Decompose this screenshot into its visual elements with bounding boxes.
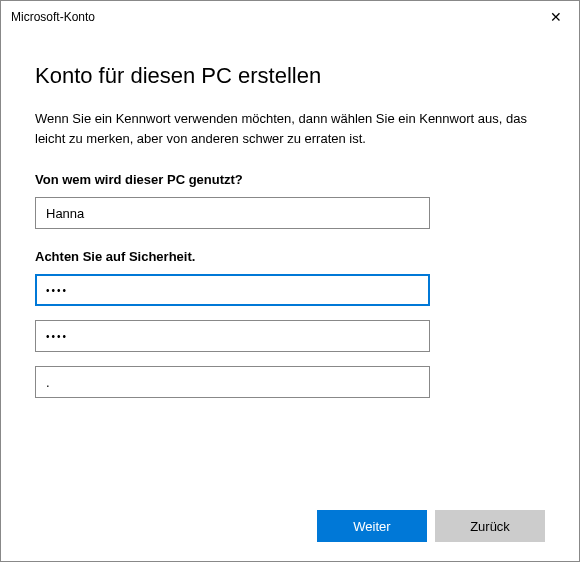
- content-area: Konto für diesen PC erstellen Wenn Sie e…: [1, 33, 579, 491]
- password-input[interactable]: ••••: [35, 274, 430, 306]
- username-field[interactable]: [46, 206, 419, 221]
- close-icon: ✕: [550, 9, 562, 25]
- footer-buttons: Weiter Zurück: [1, 491, 579, 561]
- back-button[interactable]: Zurück: [435, 510, 545, 542]
- password-confirm-input[interactable]: ••••: [35, 320, 430, 352]
- window-frame: Microsoft-Konto ✕ Konto für diesen PC er…: [0, 0, 580, 562]
- password-hint-input[interactable]: .: [35, 366, 430, 398]
- window-title: Microsoft-Konto: [11, 10, 95, 24]
- titlebar: Microsoft-Konto ✕: [1, 1, 579, 33]
- password-confirm-mask: ••••: [46, 331, 68, 342]
- password-mask: ••••: [46, 285, 68, 296]
- page-title: Konto für diesen PC erstellen: [35, 63, 545, 89]
- next-button[interactable]: Weiter: [317, 510, 427, 542]
- username-label: Von wem wird dieser PC genutzt?: [35, 172, 545, 187]
- password-section-label: Achten Sie auf Sicherheit.: [35, 249, 545, 264]
- username-input[interactable]: [35, 197, 430, 229]
- close-button[interactable]: ✕: [533, 1, 579, 33]
- hint-value: .: [46, 375, 50, 390]
- page-subtext: Wenn Sie ein Kennwort verwenden möchten,…: [35, 109, 545, 148]
